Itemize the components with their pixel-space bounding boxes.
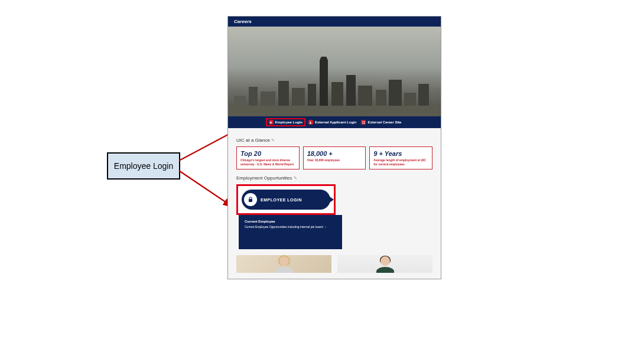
nav-employee-login[interactable]: Employee Login bbox=[266, 118, 305, 126]
svg-rect-6 bbox=[364, 123, 365, 124]
stat-desc: Average length of employment at UIC for … bbox=[373, 158, 428, 166]
employee-photo bbox=[236, 255, 331, 273]
stat-desc: Over 18,000 employees bbox=[307, 158, 362, 162]
top-bar: Careers bbox=[228, 17, 441, 27]
nav-label: External Applicant Login bbox=[315, 120, 356, 124]
svg-point-2 bbox=[310, 121, 311, 122]
content-area: UIC at a Glance ✎ Top 20 Chicago's large… bbox=[228, 128, 441, 279]
svg-line-1 bbox=[179, 171, 233, 207]
nav-label: External Career Site bbox=[367, 120, 401, 124]
photo-row bbox=[236, 255, 432, 273]
edit-icon[interactable]: ✎ bbox=[271, 138, 275, 142]
careers-page: Careers Employee Login bbox=[227, 16, 441, 279]
nav-bar: Employee Login External Applicant Login … bbox=[228, 116, 441, 128]
hero-banner bbox=[228, 27, 441, 116]
annotation-callout: Employee Login bbox=[107, 152, 180, 180]
stat-card: 18,000 + Over 18,000 employees bbox=[303, 146, 366, 169]
svg-rect-3 bbox=[362, 121, 363, 122]
page-title: Careers bbox=[234, 19, 252, 24]
stat-headline: 18,000 + bbox=[307, 150, 362, 157]
nav-external-career-site[interactable]: External Career Site bbox=[361, 119, 401, 125]
stats-row: Top 20 Chicago's largest and most divers… bbox=[236, 146, 432, 169]
glance-heading: UIC at a Glance ✎ bbox=[236, 138, 432, 143]
edit-icon[interactable]: ✎ bbox=[294, 176, 297, 180]
stat-headline: 9 + Years bbox=[373, 150, 428, 157]
skyline-illustration bbox=[228, 57, 441, 116]
stat-headline: Top 20 bbox=[240, 150, 295, 157]
current-employee-title: Current Employee bbox=[245, 220, 336, 223]
opportunities-row: EMPLOYEE LOGIN Current Employee Current … bbox=[236, 184, 432, 249]
employee-login-button[interactable]: EMPLOYEE LOGIN bbox=[242, 190, 330, 210]
current-employee-desc: Current Employee Opportunities including… bbox=[245, 225, 336, 229]
user-icon bbox=[308, 120, 313, 125]
nav-external-applicant-login[interactable]: External Applicant Login bbox=[308, 119, 356, 125]
annotation-callout-text: Employee Login bbox=[114, 161, 173, 171]
svg-rect-4 bbox=[364, 121, 365, 122]
stat-card: Top 20 Chicago's largest and most divers… bbox=[236, 146, 300, 169]
employee-login-label: EMPLOYEE LOGIN bbox=[261, 198, 302, 202]
lock-icon bbox=[269, 120, 274, 125]
svg-rect-5 bbox=[362, 123, 363, 124]
stat-card: 9 + Years Average length of employment a… bbox=[369, 146, 432, 169]
employee-login-highlight: EMPLOYEE LOGIN bbox=[236, 184, 336, 215]
grid-icon bbox=[361, 120, 366, 125]
employee-photo bbox=[337, 255, 432, 273]
current-employee-panel[interactable]: Current Employee Current Employee Opport… bbox=[239, 215, 342, 249]
lock-icon bbox=[244, 193, 257, 206]
stat-desc: Chicago's largest and most diverse unive… bbox=[240, 158, 295, 166]
nav-label: Employee Login bbox=[275, 120, 303, 124]
opportunities-heading: Employment Opportunities ✎ bbox=[236, 175, 432, 181]
